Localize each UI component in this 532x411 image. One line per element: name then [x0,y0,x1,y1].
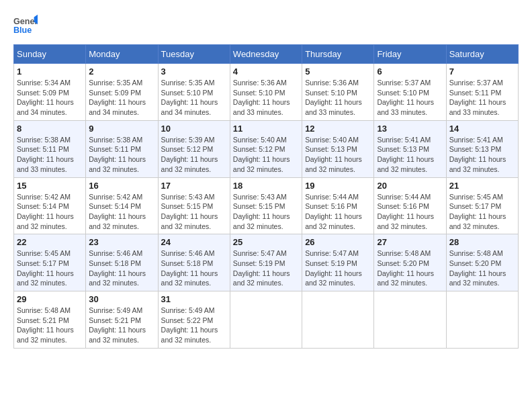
calendar-table: SundayMondayTuesdayWednesdayThursdayFrid… [13,44,519,349]
calendar-cell [374,291,446,349]
day-info: Sunrise: 5:44 AM Sunset: 5:16 PM Dayligh… [377,192,443,232]
day-info: Sunrise: 5:43 AM Sunset: 5:15 PM Dayligh… [161,192,227,232]
page-container: General Blue SundayMondayTuesdayWednesda… [13,13,519,349]
day-number: 6 [377,66,443,77]
day-number: 13 [377,124,443,134]
day-number: 14 [449,124,515,134]
day-info: Sunrise: 5:48 AM Sunset: 5:20 PM Dayligh… [377,248,443,288]
calendar-cell: 29 Sunrise: 5:48 AM Sunset: 5:21 PM Dayl… [14,291,86,349]
day-info: Sunrise: 5:49 AM Sunset: 5:21 PM Dayligh… [89,306,154,345]
day-number: 21 [449,181,515,191]
calendar-cell [446,291,518,349]
day-number: 22 [17,237,83,247]
day-number: 28 [449,237,515,247]
calendar-cell: 6 Sunrise: 5:37 AM Sunset: 5:10 PM Dayli… [374,64,446,121]
day-number: 30 [89,294,154,304]
logo-area: General Blue [13,13,40,38]
calendar-cell: 28 Sunrise: 5:48 AM Sunset: 5:20 PM Dayl… [446,234,518,291]
calendar-cell [302,291,374,349]
day-number: 20 [377,181,443,191]
day-number: 31 [161,294,227,304]
calendar-cell: 13 Sunrise: 5:41 AM Sunset: 5:13 PM Dayl… [374,120,446,177]
day-info: Sunrise: 5:42 AM Sunset: 5:14 PM Dayligh… [89,192,154,232]
header: General Blue [13,13,519,38]
day-info: Sunrise: 5:35 AM Sunset: 5:09 PM Dayligh… [89,78,154,118]
calendar-cell: 23 Sunrise: 5:46 AM Sunset: 5:18 PM Dayl… [86,234,158,291]
day-number: 5 [305,66,371,77]
calendar-cell: 12 Sunrise: 5:40 AM Sunset: 5:13 PM Dayl… [302,120,374,177]
day-number: 18 [233,181,299,191]
day-info: Sunrise: 5:36 AM Sunset: 5:10 PM Dayligh… [305,78,371,118]
day-info: Sunrise: 5:39 AM Sunset: 5:12 PM Dayligh… [161,135,227,175]
day-header-wednesday: Wednesday [230,45,302,64]
day-number: 12 [305,124,371,134]
day-number: 10 [161,124,227,134]
logo-icon: General Blue [13,13,38,38]
calendar-cell: 18 Sunrise: 5:43 AM Sunset: 5:15 PM Dayl… [230,177,302,234]
calendar-cell: 16 Sunrise: 5:42 AM Sunset: 5:14 PM Dayl… [86,177,158,234]
day-info: Sunrise: 5:35 AM Sunset: 5:10 PM Dayligh… [161,78,227,118]
day-header-saturday: Saturday [446,45,518,64]
day-header-monday: Monday [86,45,158,64]
day-number: 16 [89,181,154,191]
day-info: Sunrise: 5:46 AM Sunset: 5:18 PM Dayligh… [89,248,154,288]
day-info: Sunrise: 5:45 AM Sunset: 5:17 PM Dayligh… [17,248,83,288]
calendar-cell: 3 Sunrise: 5:35 AM Sunset: 5:10 PM Dayli… [158,64,230,121]
calendar-cell: 4 Sunrise: 5:36 AM Sunset: 5:10 PM Dayli… [230,64,302,121]
day-info: Sunrise: 5:37 AM Sunset: 5:10 PM Dayligh… [377,78,443,118]
day-number: 24 [161,237,227,247]
day-info: Sunrise: 5:48 AM Sunset: 5:21 PM Dayligh… [17,306,83,345]
day-info: Sunrise: 5:45 AM Sunset: 5:17 PM Dayligh… [449,192,515,232]
day-info: Sunrise: 5:44 AM Sunset: 5:16 PM Dayligh… [305,192,371,232]
day-number: 7 [449,66,515,77]
day-info: Sunrise: 5:40 AM Sunset: 5:13 PM Dayligh… [305,135,371,175]
day-info: Sunrise: 5:38 AM Sunset: 5:11 PM Dayligh… [17,135,83,175]
calendar-cell: 2 Sunrise: 5:35 AM Sunset: 5:09 PM Dayli… [86,64,158,121]
day-number: 2 [89,66,154,77]
calendar-cell: 22 Sunrise: 5:45 AM Sunset: 5:17 PM Dayl… [14,234,86,291]
day-number: 15 [17,181,83,191]
calendar-cell [230,291,302,349]
calendar-cell: 9 Sunrise: 5:38 AM Sunset: 5:11 PM Dayli… [86,120,158,177]
day-info: Sunrise: 5:41 AM Sunset: 5:13 PM Dayligh… [377,135,443,175]
day-number: 4 [233,66,299,77]
day-number: 8 [17,124,83,134]
calendar-cell: 8 Sunrise: 5:38 AM Sunset: 5:11 PM Dayli… [14,120,86,177]
day-header-sunday: Sunday [14,45,86,64]
calendar-cell: 17 Sunrise: 5:43 AM Sunset: 5:15 PM Dayl… [158,177,230,234]
calendar-header-row: SundayMondayTuesdayWednesdayThursdayFrid… [14,45,519,64]
calendar-cell: 10 Sunrise: 5:39 AM Sunset: 5:12 PM Dayl… [158,120,230,177]
calendar-cell: 20 Sunrise: 5:44 AM Sunset: 5:16 PM Dayl… [374,177,446,234]
day-header-friday: Friday [374,45,446,64]
calendar-cell: 19 Sunrise: 5:44 AM Sunset: 5:16 PM Dayl… [302,177,374,234]
day-info: Sunrise: 5:34 AM Sunset: 5:09 PM Dayligh… [17,78,83,118]
day-number: 11 [233,124,299,134]
day-number: 25 [233,237,299,247]
day-info: Sunrise: 5:47 AM Sunset: 5:19 PM Dayligh… [233,248,299,288]
calendar-cell: 11 Sunrise: 5:40 AM Sunset: 5:12 PM Dayl… [230,120,302,177]
calendar-cell: 31 Sunrise: 5:49 AM Sunset: 5:22 PM Dayl… [158,291,230,349]
calendar-cell: 15 Sunrise: 5:42 AM Sunset: 5:14 PM Dayl… [14,177,86,234]
calendar-cell: 30 Sunrise: 5:49 AM Sunset: 5:21 PM Dayl… [86,291,158,349]
calendar-week-row: 22 Sunrise: 5:45 AM Sunset: 5:17 PM Dayl… [14,234,519,291]
calendar-cell: 5 Sunrise: 5:36 AM Sunset: 5:10 PM Dayli… [302,64,374,121]
day-number: 29 [17,294,83,304]
day-info: Sunrise: 5:42 AM Sunset: 5:14 PM Dayligh… [17,192,83,232]
day-info: Sunrise: 5:48 AM Sunset: 5:20 PM Dayligh… [449,248,515,288]
calendar-cell: 27 Sunrise: 5:48 AM Sunset: 5:20 PM Dayl… [374,234,446,291]
day-info: Sunrise: 5:46 AM Sunset: 5:18 PM Dayligh… [161,248,227,288]
day-number: 17 [161,181,227,191]
calendar-cell: 1 Sunrise: 5:34 AM Sunset: 5:09 PM Dayli… [14,64,86,121]
day-number: 27 [377,237,443,247]
day-number: 3 [161,66,227,77]
day-info: Sunrise: 5:40 AM Sunset: 5:12 PM Dayligh… [233,135,299,175]
day-number: 19 [305,181,371,191]
calendar-week-row: 8 Sunrise: 5:38 AM Sunset: 5:11 PM Dayli… [14,120,519,177]
day-number: 1 [17,66,83,77]
calendar-cell: 25 Sunrise: 5:47 AM Sunset: 5:19 PM Dayl… [230,234,302,291]
day-info: Sunrise: 5:47 AM Sunset: 5:19 PM Dayligh… [305,248,371,288]
calendar-cell: 14 Sunrise: 5:41 AM Sunset: 5:13 PM Dayl… [446,120,518,177]
day-header-tuesday: Tuesday [158,45,230,64]
day-info: Sunrise: 5:49 AM Sunset: 5:22 PM Dayligh… [161,306,227,345]
calendar-cell: 26 Sunrise: 5:47 AM Sunset: 5:19 PM Dayl… [302,234,374,291]
